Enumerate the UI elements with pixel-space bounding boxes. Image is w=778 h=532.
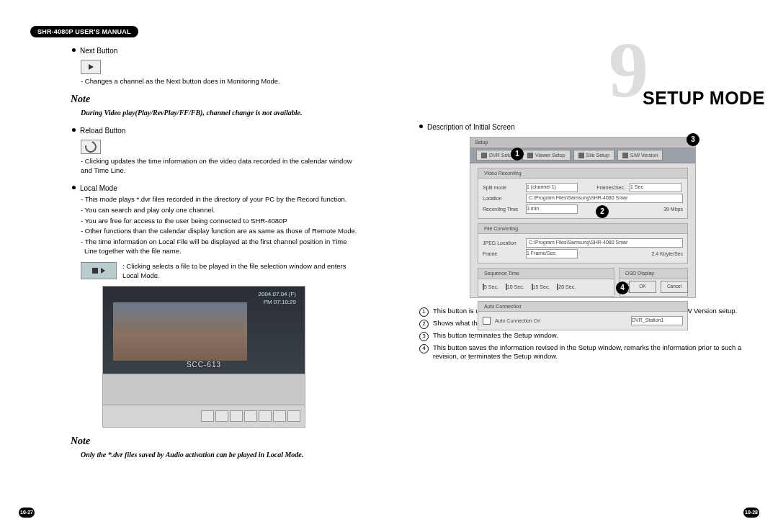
local-mode-heading: Local Mode <box>72 184 359 194</box>
note1-body: During Video play(Play/RevPlay/FF/FB), c… <box>81 108 359 117</box>
split-mode-input[interactable]: 1 (channel 1) <box>526 183 578 192</box>
chapter-title: SETUP MODE <box>643 86 765 111</box>
manual-spread: SHR-4080P USER'S MANUAL Next Button - Ch… <box>0 0 778 532</box>
tab-icon <box>578 153 584 158</box>
initial-screen-heading: Description of Initial Screen <box>419 122 748 132</box>
callout-3: 3 <box>687 133 699 146</box>
local-mode-thumb-text: : Clicking selects a file to be played i… <box>122 262 359 281</box>
local-mode-screenshot: 2004.07.04 (F) PM 07:10:29 SCC-613 <box>102 286 305 428</box>
setup-titlebar: Setup <box>470 137 695 148</box>
tab-site-setup[interactable]: Site Setup <box>573 150 614 161</box>
screenshot-date: 2004.07.04 (F) <box>259 291 296 299</box>
manual-header: SHR-4080P USER'S MANUAL <box>30 26 138 37</box>
file-location-input[interactable]: C:\Program Files\Samsung\SHR-4080 Smar <box>526 238 683 248</box>
arrow-right-icon <box>89 64 94 70</box>
panel-auto-connection: Auto Connection Auto Connection OnDVR_St… <box>478 301 688 330</box>
local-item: - You are free for access to the user be… <box>81 217 359 226</box>
local-mode-thumb-row: : Clicking selects a file to be played i… <box>81 262 359 281</box>
callout-2: 2 <box>596 205 609 218</box>
list-item: This button saves the information revise… <box>433 343 748 362</box>
note1-heading: Note <box>71 93 359 107</box>
reload-button-icon <box>81 140 101 154</box>
left-page: SHR-4080P USER'S MANUAL Next Button - Ch… <box>0 0 389 532</box>
tab-icon <box>481 153 487 158</box>
tab-sw-version[interactable]: S/W Version <box>617 150 663 161</box>
page-number-left: 10-27 <box>19 508 35 518</box>
tab-icon <box>622 153 628 158</box>
panel-video-recording: Video Recording Split mode1 (channel 1)F… <box>478 168 688 219</box>
screenshot-timeline <box>103 374 305 405</box>
tab-icon <box>527 153 533 158</box>
screenshot-time: PM 07:10:29 <box>259 299 296 307</box>
right-page: 9 SETUP MODE Description of Initial Scre… <box>389 0 778 532</box>
list-num-icon: 2 <box>419 320 429 329</box>
bullet-icon <box>72 128 76 132</box>
screenshot-controls <box>103 405 305 427</box>
video-location-input[interactable]: C:\Program Files\Samsung\SHR-4080 Smar <box>526 194 683 203</box>
note2-heading: Note <box>71 435 359 448</box>
setup-screenshot: Setup DVR Setup Viewer Setup Site Setup … <box>470 137 696 298</box>
local-item: - This mode plays *.dvr files recorded i… <box>81 195 359 204</box>
local-item: - Other functions than the calendar disp… <box>81 227 359 236</box>
next-button-heading: Next Button <box>72 46 359 56</box>
bullet-icon <box>72 186 76 189</box>
page-number-right: 10-28 <box>743 508 759 518</box>
reload-button-desc: - Clicking updates the time information … <box>81 157 359 176</box>
auto-cam-input[interactable]: DVR_Station1 <box>631 316 683 325</box>
list-item: This button terminates the Setup window. <box>433 331 748 341</box>
next-button-desc: - Changes a channel as the Next button d… <box>81 77 359 86</box>
callout-1: 1 <box>511 148 524 161</box>
local-item: - The time information on Local File wil… <box>81 238 359 256</box>
setup-tabs: DVR Setup Viewer Setup Site Setup S/W Ve… <box>470 148 695 163</box>
bullet-icon <box>72 48 76 52</box>
tab-viewer-setup[interactable]: Viewer Setup <box>522 150 571 161</box>
screenshot-video-area <box>113 302 247 361</box>
fps-input[interactable]: 1 Sec <box>630 183 681 192</box>
bullet-icon <box>419 125 423 128</box>
list-num-icon: 3 <box>419 332 429 341</box>
ok-button[interactable]: OK <box>629 281 656 293</box>
checkbox-icon[interactable] <box>483 317 491 325</box>
local-item: - You can search and play only one chann… <box>81 206 359 215</box>
local-mode-thumbnail-icon <box>81 262 117 279</box>
next-button-icon <box>81 60 101 74</box>
panel-sequence-time: Sequence Time 5 Sec. 10 Sec. 15 Sec. 20 … <box>478 268 614 296</box>
callout-4: 4 <box>616 281 629 294</box>
list-num-icon: 1 <box>419 307 429 317</box>
reload-glyph-icon <box>83 139 99 155</box>
reload-button-label: Reload Button <box>80 126 125 136</box>
list-num-icon: 4 <box>419 344 429 353</box>
rec-time-input[interactable]: 3 min <box>526 204 578 214</box>
initial-screen-label: Description of Initial Screen <box>427 122 515 132</box>
local-mode-list: - This mode plays *.dvr files recorded i… <box>81 195 359 256</box>
camera-label: SCC-613 <box>187 360 221 370</box>
note2-body: Only the *.dvr files saved by Audio acti… <box>81 450 359 459</box>
next-button-label: Next Button <box>80 46 117 56</box>
cancel-button[interactable]: Cancel <box>661 281 688 293</box>
panel-file-converting: File Converting JPEG LocationC:\Program … <box>478 223 688 263</box>
frame-input[interactable]: 1 Frame/Sec. <box>526 249 578 258</box>
reload-button-heading: Reload Button <box>72 126 359 136</box>
local-mode-label: Local Mode <box>80 184 117 194</box>
